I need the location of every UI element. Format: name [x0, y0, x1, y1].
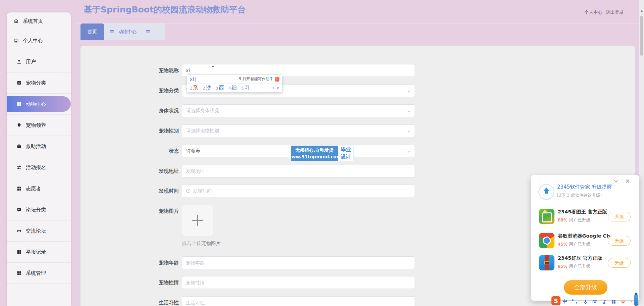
app-screen: 基于SpringBoot的校园流浪动物救助平台 个人中心 退出登录 系统首页 个…	[0, 0, 644, 306]
keyboard-icon[interactable]	[592, 298, 597, 305]
ime-candidate-1[interactable]: 1系	[190, 85, 198, 92]
living-habits-input[interactable]	[182, 296, 415, 306]
ime-next-page-icon[interactable]: ›	[273, 86, 274, 90]
found-address-input[interactable]	[182, 165, 415, 177]
bulb-icon	[16, 122, 22, 128]
chat-icon	[16, 207, 22, 212]
ime-writing-assistant[interactable]: 9 打开智能写作助手	[239, 76, 279, 82]
grid-icon	[16, 101, 22, 107]
sidebar: 系统首页 个人中心 用户 宠物分类 动物中心	[7, 12, 71, 306]
text-cursor	[211, 66, 215, 72]
ime-candidate-3[interactable]: 3西	[216, 85, 224, 92]
writing-assistant-icon	[275, 77, 279, 82]
header-links: 个人中心 退出登录	[584, 9, 624, 15]
skin-person-icon[interactable]	[602, 298, 607, 305]
ime-expand-icon[interactable]: ∨	[276, 86, 279, 90]
upgrade-button[interactable]: 升级	[608, 258, 631, 268]
sidebar-item-report-records[interactable]: 举报记录	[7, 242, 71, 263]
sogou-toolbar: S 中 °， ✦	[559, 300, 639, 306]
sidebar-item-pet-adoption[interactable]: 宠物领养	[7, 115, 71, 136]
chevron-down-icon	[407, 109, 411, 113]
sidebar-item-forum-category[interactable]: 论坛分类	[7, 199, 71, 220]
2345-haoya-icon	[539, 255, 554, 270]
field-label-status: 状态	[125, 145, 179, 157]
ime-candidate-4[interactable]: 4细	[228, 85, 237, 92]
watermark-badge: 毕业 设计	[338, 146, 354, 161]
popup-divider	[531, 202, 639, 202]
sidebar-item-personal-center[interactable]: 个人中心	[7, 30, 71, 51]
window-icon	[13, 38, 19, 43]
upgrade-item-chrome: 谷歌浏览器Google Ch... 45%用户已升级 升级	[531, 233, 639, 252]
sidebar-item-volunteers[interactable]: 志愿者	[7, 178, 71, 199]
microphone-icon[interactable]	[583, 298, 588, 305]
field-label-found-address: 发现地址	[125, 165, 179, 177]
watermark-url: www.51topmind.com	[287, 153, 341, 160]
watermark-text: 无须担心.自动发货 www.51topmind.com	[291, 146, 338, 161]
ime-mode-chinese[interactable]: 中	[562, 298, 567, 305]
sidebar-item-pet-category[interactable]: 宠物分类	[7, 72, 71, 94]
page-scrollbar	[639, 0, 644, 306]
sidebar-item-users[interactable]: 用户	[7, 51, 71, 72]
ime-punctuation-icon[interactable]: °，	[572, 298, 579, 305]
chevron-down-icon	[407, 149, 411, 154]
sidebar-item-rescue-activity[interactable]: 救助活动	[7, 136, 71, 157]
pet-temperament-input[interactable]	[182, 276, 415, 289]
logout-link[interactable]: 退出登录	[606, 9, 624, 15]
upgrade-button[interactable]: 升级	[608, 212, 631, 221]
clock-icon	[186, 188, 191, 193]
plus-icon	[192, 215, 203, 226]
sogou-logo-icon[interactable]: S	[551, 296, 560, 305]
toolbox-grid-icon[interactable]	[611, 298, 616, 305]
stylus-handle[interactable]	[634, 294, 638, 306]
grid-icon	[16, 270, 22, 276]
briefcase-icon	[16, 144, 22, 149]
tab-animal-center[interactable]: 动物中心	[118, 29, 137, 35]
sidebar-item-forum[interactable]: 交流论坛	[7, 220, 71, 242]
tab-home[interactable]: 首页	[80, 23, 104, 40]
field-label-pet-nickname: 宠物昵称	[125, 64, 179, 77]
popup-title: 2345软件管家 升级提醒	[557, 184, 612, 190]
ime-candidate-window: xi| 9 打开智能写作助手 1系 2洗 3西 4细 5习 ‹ › ∨	[187, 74, 282, 93]
popup-minimize-icon[interactable]	[613, 178, 619, 184]
paw-assistant-icon[interactable]	[621, 298, 626, 305]
user-icon	[16, 59, 22, 64]
menu-lines-icon[interactable]	[146, 30, 150, 33]
upgrade-item-haoya: 2345好压 官方正版 85%用户已升级 升级	[531, 255, 639, 274]
tab-bar: 首页 动物中心	[80, 23, 165, 40]
ime-candidate-5[interactable]: 5习	[241, 85, 250, 92]
popup-subtitle: 以下 3 款软件建议升级!	[557, 193, 602, 198]
field-label-pet-age: 宠物年龄	[125, 256, 179, 269]
personal-center-link[interactable]: 个人中心	[584, 9, 602, 15]
upgrade-item-picture-viewer: 2345看图王 官方正版 88%用户已升级 升级	[531, 209, 639, 227]
upload-hint: 点击上传宠物图片	[182, 240, 221, 247]
watermark-ad[interactable]: 无须担心.自动发货 www.51topmind.com 毕业 设计	[291, 146, 354, 161]
menu-lines-icon[interactable]	[110, 30, 114, 33]
field-label-living-habits: 生活习性	[125, 296, 179, 306]
pet-gender-select[interactable]: 请选择宠物性别	[182, 124, 415, 137]
pet-age-input[interactable]	[182, 256, 415, 269]
upgrade-button[interactable]: 升级	[608, 236, 631, 246]
found-time-input[interactable]	[182, 185, 415, 197]
ime-composition: xi	[190, 76, 194, 82]
chevron-down-icon	[407, 129, 411, 134]
body-condition-select[interactable]: 请选择身体状况	[182, 104, 415, 117]
ime-prev-page-icon[interactable]: ‹	[269, 86, 271, 90]
bowtie-icon	[16, 228, 22, 234]
sliders-icon	[16, 165, 22, 170]
upgrade-all-button[interactable]: 全部升级	[564, 280, 607, 295]
page-title: 基于SpringBoot的校园流浪动物救助平台	[84, 4, 246, 15]
chrome-icon	[539, 233, 554, 248]
popup-close-icon[interactable]: ✕	[625, 178, 630, 185]
sidebar-item-system-home[interactable]: 系统首页	[7, 12, 71, 30]
ime-candidate-2[interactable]: 2洗	[203, 85, 211, 92]
sidebar-item-system-management[interactable]: 系统管理	[7, 263, 71, 284]
chart-icon	[16, 80, 22, 86]
sidebar-item-animal-center[interactable]: 动物中心	[7, 94, 71, 115]
field-label-pet-category: 宠物分类	[125, 84, 179, 97]
grid-icon	[16, 249, 22, 255]
scrollbar-thumb[interactable]	[640, 16, 643, 56]
scroll-up-arrow[interactable]	[640, 10, 643, 12]
pet-image-upload[interactable]	[182, 205, 213, 236]
field-label-pet-image: 宠物图片	[125, 205, 179, 217]
sidebar-item-activity-signup[interactable]: 活动报名	[7, 157, 71, 178]
